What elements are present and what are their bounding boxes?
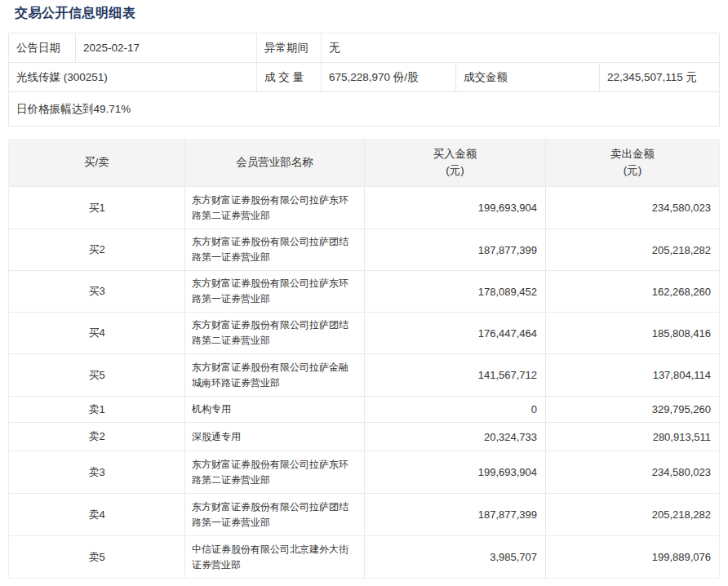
buy-amount-cell: 20,324,733 [364,423,545,451]
turnover-value: 22,345,507,115 元 [599,63,719,91]
table-row-sell2: 卖2 深股通专用 20,324,733 280,913,511 [9,422,719,451]
broker-cell: 东方财富证券股份有限公司拉萨团结路第一证券营业部 [184,494,364,535]
side-cell: 卖1 [9,397,184,422]
side-cell: 卖2 [9,423,184,451]
info-row-reason: 日价格振幅达到49.71% [9,91,719,126]
buy-amount-cell: 187,877,399 [364,229,545,270]
sell-amount-cell: 329,795,260 [545,397,719,422]
broker-cell: 东方财富证券股份有限公司拉萨东环路第二证券营业部 [184,187,364,229]
abnormal-period-value: 无 [321,33,719,62]
side-cell: 卖4 [9,494,184,535]
broker-cell: 东方财富证券股份有限公司拉萨团结路第二证券营业部 [184,313,364,353]
broker-cell: 东方财富证券股份有限公司拉萨东环路第一证券营业部 [184,271,364,312]
abnormal-period-label: 异常期间 [256,33,321,62]
table-row-sell4: 卖4 东方财富证券股份有限公司拉萨团结路第一证券营业部 187,877,399 … [9,493,719,535]
sell-amount-cell: 162,268,260 [545,271,719,312]
broker-table: 买/卖 会员营业部名称 买入金额(元) 卖出金额(元) 买1 东方财富证券股份有… [8,139,720,579]
side-cell: 买2 [9,229,184,270]
table-row-sell3: 卖3 东方财富证券股份有限公司拉萨东环路第二证券营业部 199,693,904 … [9,451,719,493]
turnover-label: 成交金额 [455,63,599,91]
broker-cell: 深股通专用 [184,423,364,451]
table-row-buy5: 买5 东方财富证券股份有限公司拉萨金融城南环路证券营业部 141,567,712… [9,353,719,396]
col-header-broker: 会员营业部名称 [184,139,364,186]
broker-cell: 东方财富证券股份有限公司拉萨团结路第一证券营业部 [184,229,364,270]
col-header-sell-amount: 卖出金额(元) [545,139,719,186]
table-row-buy3: 买3 东方财富证券股份有限公司拉萨东环路第一证券营业部 178,089,452 … [9,270,719,312]
col-header-side: 买/卖 [9,139,184,186]
col-header-buy-amount: 买入金额(元) [364,139,545,186]
announce-date-label: 公告日期 [9,33,75,62]
buy-amount-cell: 199,693,904 [364,187,545,229]
side-cell: 卖5 [9,536,184,578]
side-cell: 买4 [9,313,184,353]
sell-amount-cell: 280,913,511 [545,423,719,451]
side-cell: 买1 [9,187,184,229]
table-header-row: 买/卖 会员营业部名称 买入金额(元) 卖出金额(元) [9,139,719,186]
buy-amount-cell: 178,089,452 [364,271,545,312]
broker-cell: 机构专用 [184,397,364,422]
buy-amount-cell: 3,985,707 [364,536,545,578]
sell-amount-cell: 234,580,023 [545,187,719,229]
broker-cell: 中信证券股份有限公司北京建外大街证券营业部 [184,536,364,578]
sell-header-line1: 卖出金额 [610,146,655,162]
info-row-date: 公告日期 2025-02-17 异常期间 无 [9,33,719,62]
buy-header-line1: 买入金额 [433,146,477,162]
sell-amount-cell: 199,889,076 [545,536,719,578]
sell-amount-cell: 185,808,416 [545,313,719,353]
trade-info-page: 交易公开信息明细表 公告日期 2025-02-17 异常期间 无 光线传媒 (3… [0,0,728,586]
announce-date-value: 2025-02-17 [75,33,256,62]
buy-amount-cell: 199,693,904 [364,451,545,493]
summary-info-box: 公告日期 2025-02-17 异常期间 无 光线传媒 (300251) 成 交… [8,33,720,127]
buy-header-line2: (元) [433,162,477,179]
side-cell: 买5 [9,354,184,396]
sell-amount-cell: 234,580,023 [545,451,719,493]
buy-amount-cell: 176,447,464 [364,313,545,353]
sell-amount-cell: 205,218,282 [545,229,719,270]
table-row-buy1: 买1 东方财富证券股份有限公司拉萨东环路第二证券营业部 199,693,904 … [9,186,719,229]
side-cell: 买3 [9,271,184,312]
broker-cell: 东方财富证券股份有限公司拉萨金融城南环路证券营业部 [184,354,364,396]
buy-amount-cell: 141,567,712 [364,354,545,396]
info-row-volume: 光线传媒 (300251) 成 交 量 675,228,970 份/股 成交金额… [9,62,719,91]
stock-name: 光线传媒 (300251) [9,63,256,91]
table-row-buy2: 买2 东方财富证券股份有限公司拉萨团结路第一证券营业部 187,877,399 … [9,229,719,270]
table-row-buy4: 买4 东方财富证券股份有限公司拉萨团结路第二证券营业部 176,447,464 … [9,312,719,353]
buy-amount-cell: 0 [364,397,545,422]
sell-header-line2: (元) [610,162,655,179]
sell-amount-cell: 205,218,282 [545,494,719,535]
buy-amount-cell: 187,877,399 [364,494,545,535]
volume-value: 675,228,970 份/股 [321,63,455,91]
reason-note: 日价格振幅达到49.71% [9,92,719,126]
page-title: 交易公开信息明细表 [15,5,136,22]
broker-cell: 东方财富证券股份有限公司拉萨东环路第二证券营业部 [184,451,364,493]
side-cell: 卖3 [9,451,184,493]
sell-amount-cell: 137,804,114 [545,354,719,396]
table-row-sell5: 卖5 中信证券股份有限公司北京建外大街证券营业部 3,985,707 199,8… [9,535,719,578]
volume-label: 成 交 量 [256,63,321,91]
table-row-sell1: 卖1 机构专用 0 329,795,260 [9,396,719,422]
